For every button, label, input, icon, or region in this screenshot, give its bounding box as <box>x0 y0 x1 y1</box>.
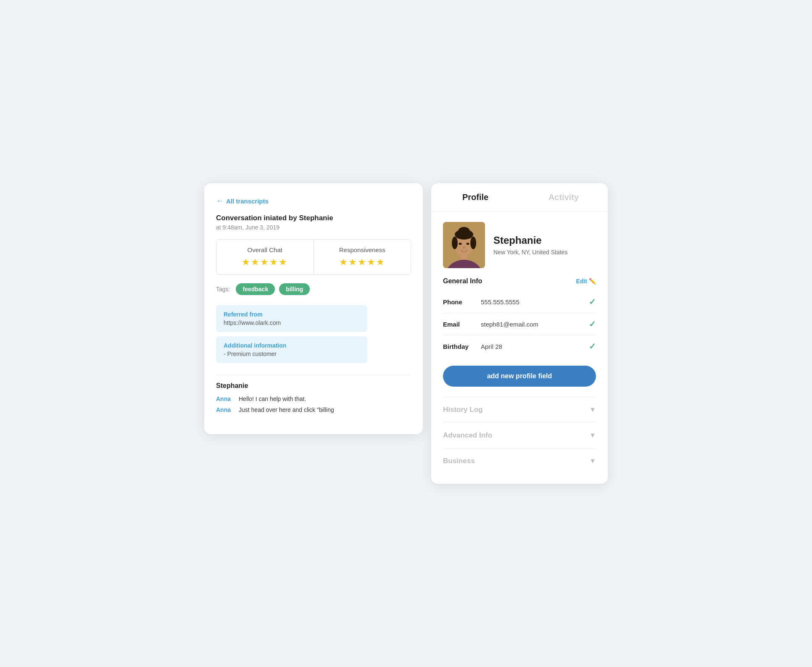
panel-body: Stephanie New York, NY, United States Ge… <box>431 212 608 484</box>
additional-text: - Premium customer <box>224 351 360 357</box>
general-info-title: General Info <box>443 277 482 285</box>
tab-profile-label: Profile <box>462 192 488 202</box>
profile-location: New York, NY, United States <box>493 249 567 256</box>
rating-overall-label: Overall Chat <box>225 246 305 253</box>
additional-title: Additional information <box>224 342 360 349</box>
back-link[interactable]: ← All transcripts <box>216 197 411 206</box>
info-box-additional: Additional information - Premium custome… <box>216 336 367 363</box>
birthday-value: April 28 <box>481 343 589 350</box>
edit-label: Edit <box>576 278 587 285</box>
conversation-title: Conversation iniated by Stephanie <box>216 214 411 222</box>
accordion: History Log ▼ Advanced Info ▼ Business ▼ <box>443 397 596 474</box>
svg-point-5 <box>455 229 473 240</box>
profile-header: Stephanie New York, NY, United States <box>443 222 596 268</box>
phone-value: 555.555.5555 <box>481 298 589 306</box>
svg-point-9 <box>467 243 469 245</box>
pencil-icon: ✏️ <box>589 278 596 285</box>
profile-avatar <box>443 222 485 268</box>
ratings-row: Overall Chat ★★★★★ Responsiveness ★★★★★ <box>216 239 411 275</box>
accordion-advanced-info[interactable]: Advanced Info ▼ <box>443 422 596 448</box>
tag-billing[interactable]: billing <box>279 283 310 295</box>
right-panel: Profile Activity <box>431 183 608 484</box>
chat-text-1: Hello! I can help with that. <box>239 395 306 402</box>
history-log-chevron-icon: ▼ <box>589 406 596 414</box>
chat-message-1: Anna Hello! I can help with that. <box>216 395 411 402</box>
tab-profile[interactable]: Profile <box>431 183 519 211</box>
info-boxes: Referred from https://www.olark.com Addi… <box>216 305 411 363</box>
back-label: All transcripts <box>226 198 269 205</box>
chat-section: Stephanie Anna Hello! I can help with th… <box>216 382 411 413</box>
advanced-info-chevron-icon: ▼ <box>589 432 596 439</box>
chat-name-2: Anna <box>216 406 235 413</box>
general-info-header: General Info Edit ✏️ <box>443 277 596 285</box>
app-container: ← All transcripts Conversation iniated b… <box>204 183 608 484</box>
chat-name-1: Anna <box>216 395 235 402</box>
edit-link[interactable]: Edit ✏️ <box>576 278 596 285</box>
rating-overall-chat: Overall Chat ★★★★★ <box>216 240 314 274</box>
info-row-birthday: Birthday April 28 ✓ <box>443 335 596 357</box>
phone-verified-icon: ✓ <box>589 297 596 307</box>
email-label: Email <box>443 321 481 328</box>
tab-activity[interactable]: Activity <box>519 183 608 211</box>
tags-row: Tags: feedback billing <box>216 283 411 295</box>
business-chevron-icon: ▼ <box>589 457 596 465</box>
chat-message-2: Anna Just head over here and click "bill… <box>216 406 411 413</box>
svg-point-6 <box>452 237 458 249</box>
tag-feedback[interactable]: feedback <box>236 283 275 295</box>
email-value: steph81@email.com <box>481 321 589 328</box>
svg-point-10 <box>463 247 465 248</box>
birthday-verified-icon: ✓ <box>589 341 596 351</box>
left-panel: ← All transcripts Conversation iniated b… <box>204 183 423 434</box>
accordion-history-log[interactable]: History Log ▼ <box>443 397 596 422</box>
back-arrow-icon: ← <box>216 197 224 206</box>
chat-author: Stephanie <box>216 382 411 390</box>
tab-activity-label: Activity <box>548 192 579 202</box>
referred-title: Referred from <box>224 311 360 318</box>
info-fields: Phone 555.555.5555 ✓ Email steph81@email… <box>443 291 596 357</box>
info-box-referred: Referred from https://www.olark.com <box>216 305 367 332</box>
info-row-email: Email steph81@email.com ✓ <box>443 313 596 335</box>
rating-responsiveness-stars: ★★★★★ <box>322 257 403 268</box>
svg-point-8 <box>459 243 462 245</box>
conversation-time: at 9:48am, June 3, 2019 <box>216 224 411 231</box>
email-verified-icon: ✓ <box>589 319 596 329</box>
history-log-label: History Log <box>443 406 482 414</box>
svg-point-7 <box>470 237 476 249</box>
rating-responsiveness-label: Responsiveness <box>322 246 403 253</box>
phone-label: Phone <box>443 298 481 306</box>
avatar-svg <box>443 222 485 268</box>
chat-text-2: Just head over here and click "billing <box>239 406 334 413</box>
advanced-info-label: Advanced Info <box>443 431 492 440</box>
rating-responsiveness: Responsiveness ★★★★★ <box>314 240 411 274</box>
business-label: Business <box>443 457 475 465</box>
referred-text: https://www.olark.com <box>224 319 360 326</box>
tags-label: Tags: <box>216 286 230 293</box>
accordion-business[interactable]: Business ▼ <box>443 448 596 474</box>
birthday-label: Birthday <box>443 343 481 350</box>
rating-overall-stars: ★★★★★ <box>225 257 305 268</box>
section-divider <box>216 375 411 375</box>
add-field-button[interactable]: add new profile field <box>443 366 596 387</box>
profile-name-block: Stephanie New York, NY, United States <box>493 235 567 256</box>
panel-tabs: Profile Activity <box>431 183 608 212</box>
profile-name: Stephanie <box>493 235 567 246</box>
info-row-phone: Phone 555.555.5555 ✓ <box>443 291 596 313</box>
